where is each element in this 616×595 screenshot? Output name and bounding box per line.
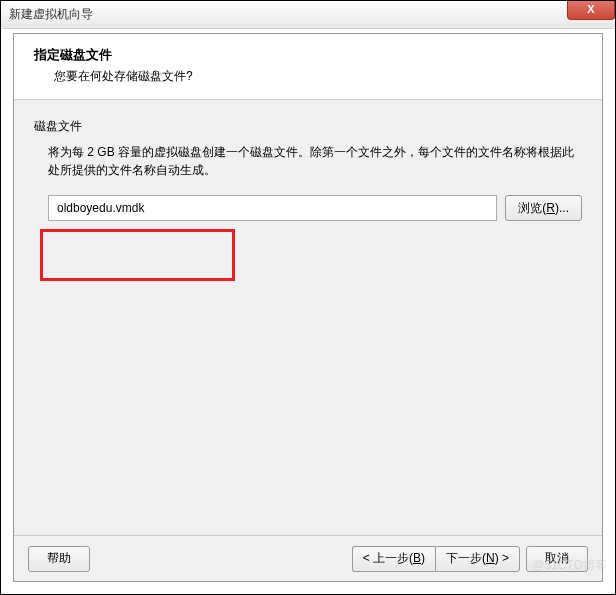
close-button[interactable]: X — [567, 0, 615, 20]
disk-file-label: 磁盘文件 — [34, 118, 582, 135]
page-title: 指定磁盘文件 — [34, 46, 582, 64]
dialog-body: 指定磁盘文件 您要在何处存储磁盘文件? 磁盘文件 将为每 2 GB 容量的虚拟磁… — [13, 33, 603, 582]
help-button[interactable]: 帮助 — [28, 546, 90, 572]
watermark: @51CTO博客 — [532, 557, 607, 574]
window-title: 新建虚拟机向导 — [9, 6, 93, 23]
titlebar: 新建虚拟机向导 X — [1, 1, 615, 29]
input-row: 浏览(R)... — [34, 195, 582, 221]
back-button[interactable]: < 上一步(B) — [352, 546, 435, 572]
description-text: 将为每 2 GB 容量的虚拟磁盘创建一个磁盘文件。除第一个文件之外，每个文件的文… — [34, 143, 582, 179]
footer: 帮助 < 上一步(B) 下一步(N) > 取消 — [14, 535, 602, 581]
next-button[interactable]: 下一步(N) > — [435, 546, 520, 572]
browse-button[interactable]: 浏览(R)... — [505, 195, 582, 221]
close-icon: X — [587, 3, 594, 15]
disk-file-input[interactable] — [48, 195, 497, 221]
content-area: 磁盘文件 将为每 2 GB 容量的虚拟磁盘创建一个磁盘文件。除第一个文件之外，每… — [14, 100, 602, 239]
dialog-header: 指定磁盘文件 您要在何处存储磁盘文件? — [14, 34, 602, 100]
page-subtitle: 您要在何处存储磁盘文件? — [54, 68, 582, 85]
